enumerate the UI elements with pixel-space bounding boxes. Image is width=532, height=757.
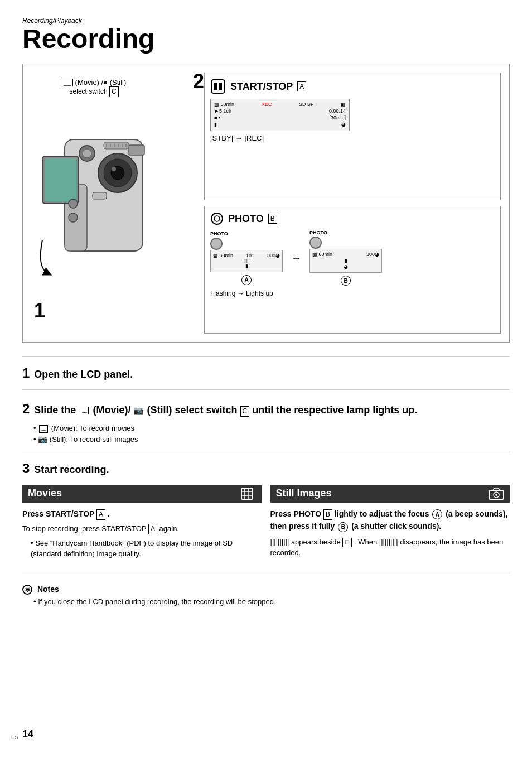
- notes-icon: ⚛: [22, 585, 32, 595]
- still-press-heading: Press PHOTO B lightly to adjust the focu…: [270, 508, 510, 533]
- still-col-content: Press PHOTO B lightly to adjust the focu…: [270, 508, 510, 558]
- still-icon-bullet: 📷: [38, 435, 47, 443]
- circle-b-label: B: [341, 276, 351, 286]
- bullet-movie-text: (Movie): To record movies: [51, 424, 134, 432]
- step-1-section: 1 Open the LCD panel.: [22, 365, 510, 381]
- svg-point-20: [69, 213, 78, 222]
- photo-letter: B: [268, 214, 277, 224]
- still-col-icon: [489, 488, 504, 500]
- photo-screens-container: PHOTO ▩ 60min 101 300◕ ||||||||: [210, 230, 495, 287]
- svg-point-7: [112, 167, 116, 171]
- notes-list: If you close the LCD panel during record…: [22, 597, 510, 606]
- step-1-text: Open the LCD panel.: [34, 369, 133, 380]
- svg-rect-22: [214, 83, 217, 90]
- step-2-bullets: ⎯⎯ (Movie): To record movies 📷 (Still): …: [22, 424, 510, 443]
- still-icon-inline: 📷: [133, 406, 144, 415]
- svg-point-33: [495, 494, 497, 496]
- step-number-1: 1: [34, 299, 45, 322]
- page-title: Recording: [22, 26, 510, 52]
- photo-screen-a: PHOTO ▩ 60min 101 300◕ ||||||||: [210, 231, 283, 286]
- switch-c-letter: C: [240, 406, 250, 417]
- notes-bullet-1: If you close the LCD panel during record…: [33, 597, 510, 606]
- step-3-section: 3 Start recording.: [22, 461, 510, 476]
- page-number: 14: [22, 729, 33, 740]
- divider-2: [22, 389, 510, 390]
- svg-rect-26: [241, 488, 253, 499]
- start-stop-label: START/STOP: [230, 81, 293, 93]
- still-column: Still Images Press PHOTO B lightly to ad…: [270, 485, 510, 562]
- svg-rect-11: [104, 142, 129, 149]
- svg-rect-21: [211, 80, 225, 93]
- diagram-right: 2 START/STOP A ▩ 60min REC SD SF: [204, 73, 501, 334]
- page-region: US: [11, 735, 18, 740]
- movies-col-icon: [241, 488, 257, 500]
- movies-body-1: To stop recording, press START/STOP A ag…: [22, 523, 262, 534]
- step-1-number: 1: [22, 365, 30, 381]
- notes-section: ⚛ Notes If you close the LCD panel durin…: [22, 585, 510, 606]
- start-stop-icon: [210, 79, 226, 94]
- movies-press-label: Press START/STOP A .: [22, 509, 110, 518]
- svg-point-10: [83, 149, 91, 158]
- photo-arrow-right: →: [291, 253, 301, 264]
- svg-rect-18: [93, 192, 107, 199]
- start-stop-letter: A: [297, 81, 306, 92]
- divider-1: [22, 356, 510, 357]
- step-2-text: Slide the ⎯⎯ (Movie)/ 📷 (Still) select s…: [34, 402, 417, 418]
- svg-rect-8: [129, 145, 144, 155]
- still-body-1: |||||||||| appears beside ☐ . When |||||…: [270, 537, 510, 558]
- movies-col-header: Movies: [22, 485, 262, 503]
- svg-rect-3: [45, 158, 76, 201]
- step-3-number: 3: [22, 461, 30, 476]
- divider-3: [22, 452, 510, 452]
- photo-icon: [210, 212, 224, 225]
- stby-rec-label: [STBY] → [REC]: [210, 134, 495, 142]
- photo-screen-b: PHOTO ▩ 60min 300◕ ▮ ◕: [309, 230, 382, 287]
- svg-point-24: [211, 213, 223, 224]
- movie-icon-inline: ⎯⎯: [80, 407, 89, 414]
- flashing-label: Flashing → Lights up: [210, 290, 495, 297]
- svg-rect-23: [219, 83, 222, 90]
- photo-mini-screen-a: ▩ 60min 101 300◕ |||||||| ▮: [210, 250, 283, 272]
- bullet-still-text: (Still): To record still images: [50, 435, 138, 443]
- diagram-left: ⎯⎯ (Movie) /● (Still) select switch C: [31, 73, 199, 334]
- movies-column: Movies Press START/STOP A . To stop reco…: [22, 485, 262, 562]
- divider-4: [22, 573, 510, 573]
- movie-still-label: ⎯⎯ (Movie) /● (Still) select switch C: [62, 78, 126, 97]
- circle-a-label: A: [241, 275, 252, 285]
- step-number-2: 2: [193, 70, 204, 93]
- movies-bullets: See “Handycam Handbook” (PDF) to display…: [22, 538, 262, 560]
- two-col-section: Movies Press START/STOP A . To stop reco…: [22, 485, 510, 562]
- photo-panel: PHOTO B PHOTO ▩ 60min 101: [204, 206, 501, 334]
- step-2-number: 2: [22, 398, 30, 420]
- step-2-section: 2 Slide the ⎯⎯ (Movie)/ 📷 (Still) select…: [22, 398, 510, 443]
- movies-col-title: Movies: [28, 488, 62, 499]
- page-subtitle: Recording/Playback: [22, 17, 510, 25]
- camcorder-illustration: [31, 73, 187, 307]
- svg-point-25: [214, 216, 220, 221]
- movies-bullet-1: See “Handycam Handbook” (PDF) to display…: [31, 538, 262, 560]
- start-stop-panel: START/STOP A ▩ 60min REC SD SF ▩ ►5.1ch …: [204, 73, 501, 200]
- diagram-box: ⎯⎯ (Movie) /● (Still) select switch C: [22, 64, 510, 343]
- movie-icon-bullet: ⎯⎯: [39, 425, 48, 433]
- photo-label: PHOTO: [228, 213, 264, 225]
- notes-heading: ⚛ Notes: [22, 585, 510, 595]
- movies-col-content: Press START/STOP A . To stop recording, …: [22, 508, 262, 560]
- svg-point-19: [69, 199, 78, 208]
- still-col-title: Still Images: [276, 488, 332, 499]
- still-col-header: Still Images: [270, 485, 510, 503]
- step-3-text: Start recording.: [34, 464, 109, 476]
- photo-mini-screen-b: ▩ 60min 300◕ ▮ ◕: [309, 249, 382, 273]
- rec-screen-display: ▩ 60min REC SD SF ▩ ►5.1ch 0:00:14 ■ ▪ […: [210, 99, 350, 131]
